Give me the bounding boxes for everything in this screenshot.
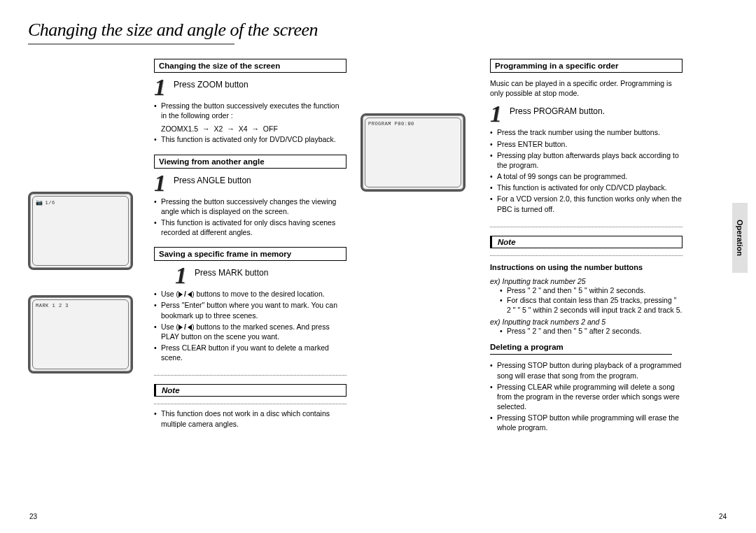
zoom-x2: X2 [214,125,223,133]
heading-view-angle: Viewing from another angle [154,155,346,169]
step-zoom-text: Press ZOOM button [174,78,248,90]
tv-screen-mark: MARK 1 2 3 [28,295,133,374]
heading-deleting: Deleting a program [490,343,682,355]
note-box-right: Note [490,236,682,248]
side-tab-label: Operation [736,220,744,256]
bullet: Pressing STOP button during playback of … [490,360,682,380]
bullet: This function is activated for only disc… [154,218,346,237]
divider-dots [490,255,682,256]
play-right-icon [178,325,183,330]
arrow-right-icon: → [227,125,234,133]
step-program-text: Press PROGRAM button. [510,105,605,116]
step-number-1-icon: 1 [154,78,169,97]
heading-change-size: Changing the size of the screen [154,59,346,73]
step-number-1-icon: 1 [154,174,169,192]
heading-deleting-text: Deleting a program [490,343,564,351]
text-fragment: Use ( [161,322,178,331]
osd-angle: 1/6 [36,199,55,206]
heading-view-angle-text: Viewing from another angle [159,157,265,166]
heading-save-frame-text: Saving a specific frame in memory [159,250,291,258]
bullet: Pressing play button afterwards plays ba… [490,150,682,170]
left-text-column: Changing the size of the screen 1 Press … [154,59,346,443]
bullet: Use (/) buttons to the marked scenes. An… [154,322,346,341]
bullet: Use (/) buttons to move to the desired l… [154,289,346,299]
step-mark-text: Press MARK button [195,266,268,278]
bullet: This function is activated for only CD/V… [490,183,682,192]
example-1: ex) Inputting track number 25 [490,277,682,285]
heading-underline [490,354,672,355]
bullet: Pressing the button successively changes… [154,197,346,216]
divider-dots [154,375,346,376]
camera-icon [36,199,43,206]
heading-save-frame: Saving a specific frame in memory [154,247,346,261]
zoom-x4: X4 [239,125,248,133]
note-box-left: Note [154,384,346,397]
text-fragment: Use ( [161,290,178,298]
bullet: Press ENTER button. [490,139,682,149]
step-number-1-icon: 1 [175,266,190,285]
bullet: Press CLEAR button if you want to delete… [154,343,346,362]
text-fragment: ) buttons to move to the desired locatio… [192,290,325,298]
bullet: Press " 2 " and then " 5 " after 2 secon… [500,326,682,336]
left-image-column: 1/6 MARK 1 2 3 [28,59,140,443]
page-number-right: 24 [719,513,727,520]
bullet: Pressing CLEAR while programming will de… [490,382,682,412]
right-text-column: Programming in a specific order Music ca… [490,59,682,443]
heading-change-size-text: Changing the size of the screen [159,62,280,70]
heading-programming-text: Programming in a specific order [495,62,618,70]
step-zoom: 1 Press ZOOM button [154,78,346,97]
right-image-column: PROGRAM P00:00 [360,59,476,443]
bullet: Press " 2 " and then " 5 " within 2 seco… [500,285,682,295]
programming-intro: Music can be played in a specific order.… [490,78,682,98]
bullet: For discs that contain less than 25 trac… [500,295,682,315]
divider-dots [154,404,346,404]
page-title: Changing the size and angle of the scree… [28,20,728,41]
step-angle-text: Press ANGLE button [174,174,251,185]
side-tab-operation: Operation [732,203,748,273]
zoom-off: OFF [263,125,278,133]
zoom-sequence: ZOOMX1.5 → X2 → X4 → OFF [161,125,346,133]
bullet: A total of 99 songs can be programmed. [490,171,682,181]
osd-mark: MARK 1 2 3 [36,303,69,308]
heading-programming: Programming in a specific order [490,59,682,73]
example-2: ex) Inputting track numbers 2 and 5 [490,318,682,326]
arrow-right-icon: → [202,125,210,133]
note-label: Note [498,238,516,246]
slash-icon: / [184,290,186,298]
arrow-right-icon: → [251,125,259,133]
content-columns: 1/6 MARK 1 2 3 Changing the size of the … [28,59,728,443]
bullet: Pressing STOP button while programming w… [490,413,682,432]
zoom-x15: ZOOMX1.5 [161,125,198,133]
osd-program: PROGRAM P00:00 [368,121,414,127]
bullet: Press the track number using the number … [490,127,682,137]
bullet: Pressing the button successively execute… [154,101,346,120]
bullet: For a VCD version 2.0, this function wor… [490,194,682,213]
step-mark: 1 Press MARK button [154,266,346,285]
title-underline [28,43,234,45]
slash-icon: / [184,322,186,331]
note-subheading: Instructions on using the number buttons [490,263,682,271]
note-label: Note [162,386,180,395]
step-program: 1 Press PROGRAM button. [490,105,682,123]
tv-screen-angle: 1/6 [28,192,133,270]
bullet: This function does not work in a disc wh… [154,408,346,428]
divider-dots [490,227,682,227]
step-number-1-icon: 1 [490,105,505,123]
bullet: Perss "Enter" button where you want to m… [154,300,346,320]
osd-angle-text: 1/6 [46,200,55,206]
page-number-left: 23 [29,513,37,520]
step-angle: 1 Press ANGLE button [154,174,346,192]
bullet: This function is activated only for DVD/… [154,134,346,144]
text-fragment: ) buttons to the marked scenes. And pres… [161,322,330,341]
play-right-icon [178,292,183,297]
tv-screen-program: PROGRAM P00:00 [360,113,465,192]
